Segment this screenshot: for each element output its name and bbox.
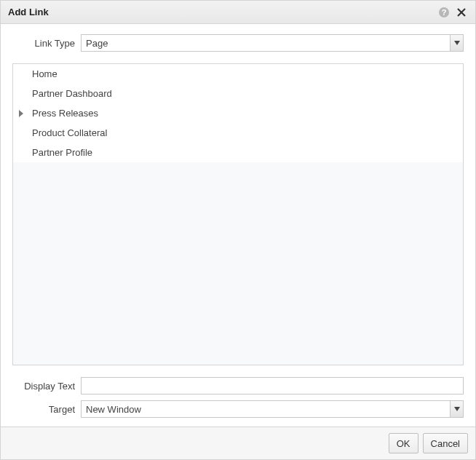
page-tree-items: Home Partner Dashboard Press Releases Pr…	[13, 64, 463, 162]
link-type-row: Link Type Page	[12, 34, 464, 52]
help-icon[interactable]: ?	[437, 6, 451, 19]
svg-marker-4	[454, 41, 460, 45]
cancel-button[interactable]: Cancel	[423, 433, 468, 453]
expand-icon[interactable]	[19, 110, 25, 117]
dialog-button-row: OK Cancel	[1, 427, 475, 459]
svg-marker-5	[19, 110, 23, 117]
chevron-down-icon[interactable]	[450, 35, 463, 51]
ok-button[interactable]: OK	[389, 433, 419, 453]
tree-item-partner-profile[interactable]: Partner Profile	[13, 143, 463, 162]
tree-item-label: Partner Dashboard	[32, 88, 112, 99]
add-link-dialog: Add Link ? Link Type Page	[0, 0, 476, 460]
bottom-form: Display Text Target New Window	[12, 365, 464, 422]
tree-item-label: Home	[32, 68, 57, 79]
svg-marker-6	[454, 407, 460, 411]
dialog-titlebar: Add Link ?	[1, 1, 475, 24]
link-type-label: Link Type	[12, 38, 81, 49]
link-type-value: Page	[82, 38, 450, 49]
display-text-label: Display Text	[12, 381, 81, 392]
close-icon[interactable]	[455, 6, 468, 19]
tree-item-label: Press Releases	[32, 108, 98, 119]
dialog-content: Link Type Page Home Partner Dashboard	[1, 24, 475, 427]
svg-text:?: ?	[442, 8, 447, 17]
display-text-input[interactable]	[81, 377, 464, 394]
display-text-row: Display Text	[12, 377, 464, 394]
dialog-title: Add Link	[8, 7, 433, 17]
tree-item-home[interactable]: Home	[13, 64, 463, 84]
page-tree-panel: Home Partner Dashboard Press Releases Pr…	[12, 63, 464, 365]
chevron-down-icon[interactable]	[450, 401, 463, 417]
tree-item-label: Product Collateral	[32, 127, 107, 138]
target-select[interactable]: New Window	[81, 400, 464, 418]
target-row: Target New Window	[12, 400, 464, 418]
tree-item-press-releases[interactable]: Press Releases	[13, 103, 463, 123]
tree-item-partner-dashboard[interactable]: Partner Dashboard	[13, 84, 463, 103]
tree-item-label: Partner Profile	[32, 147, 92, 158]
target-label: Target	[12, 404, 81, 415]
target-value: New Window	[82, 404, 450, 415]
link-type-select[interactable]: Page	[81, 34, 464, 52]
tree-item-product-collateral[interactable]: Product Collateral	[13, 123, 463, 143]
